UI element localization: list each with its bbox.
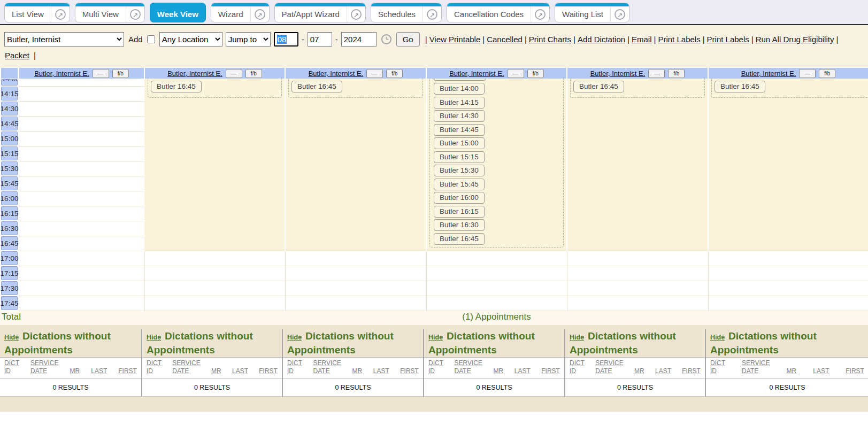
slot-button[interactable]: Butler 15:15 (434, 151, 485, 163)
slot-button[interactable]: Butler 16:30 (434, 219, 485, 231)
slot-button[interactable]: Butler 16:45 (715, 81, 765, 92)
column-header-link[interactable]: LAST (232, 367, 248, 375)
column-header-link[interactable]: DICT (4, 359, 19, 367)
column-header-link[interactable]: ID (287, 367, 302, 375)
column-header-link[interactable]: SERVICE (313, 359, 341, 367)
tab-popout-area[interactable]: ↗ (531, 6, 549, 22)
tab-popout-area[interactable]: ↗ (250, 6, 269, 22)
column-collapse-button[interactable]: — (799, 69, 816, 78)
slot-button[interactable]: Butler 15:45 (434, 179, 485, 190)
column-collapse-button[interactable]: — (508, 69, 524, 78)
slot-button[interactable]: Butler 15:30 (434, 165, 485, 176)
column-header-link[interactable]: DATE (595, 367, 623, 375)
column-header-link[interactable]: MR (352, 367, 363, 375)
provider-select[interactable]: Butler, Internist (4, 32, 124, 47)
column-fb-button[interactable]: f/b (668, 69, 685, 78)
slot-button[interactable]: Butler 14:00 (434, 83, 485, 95)
column-collapse-button[interactable]: — (93, 69, 109, 78)
clock-icon[interactable] (381, 34, 392, 45)
toolbar-link-print-charts[interactable]: Print Charts (529, 35, 571, 44)
column-fb-button[interactable]: f/b (819, 69, 835, 78)
column-header-link[interactable]: FIRST (118, 367, 137, 375)
toolbar-link-print-labels[interactable]: Print Labels (658, 35, 700, 44)
column-collapse-button[interactable]: — (648, 69, 665, 78)
tab-popout-area[interactable]: ↗ (347, 6, 365, 22)
hide-dictations-link[interactable]: Hide (570, 334, 584, 341)
column-header-link[interactable]: LAST (91, 367, 107, 375)
slot-button[interactable]: Butler 16:00 (434, 192, 485, 204)
hide-dictations-link[interactable]: Hide (287, 334, 302, 341)
column-header-link[interactable]: DICT (287, 359, 302, 367)
toolbar-link-run-all-drug-eligibility[interactable]: Run All Drug Eligibility (756, 35, 834, 44)
column-provider-link[interactable]: Butler, Internist E. (590, 69, 646, 78)
location-select[interactable]: Any Location (159, 32, 222, 47)
tab-popout-area[interactable]: ↗ (610, 6, 629, 22)
slot-button[interactable]: Butler 16:45 (434, 233, 485, 245)
date-year-input[interactable] (341, 32, 377, 47)
column-header-link[interactable]: ID (147, 367, 162, 375)
column-header-link[interactable]: LAST (813, 367, 829, 375)
slot-button[interactable]: Butler 14:15 (434, 97, 485, 109)
tab-popout-area[interactable]: ↗ (51, 6, 70, 22)
column-header-link[interactable]: MR (70, 367, 80, 375)
column-header-link[interactable]: DATE (455, 367, 482, 375)
tab-popout-area[interactable]: ↗ (423, 6, 441, 22)
column-fb-button[interactable]: f/b (112, 69, 129, 78)
go-button[interactable]: Go (396, 32, 420, 47)
tab-wizard[interactable]: Wizard↗ (211, 3, 270, 22)
column-fb-button[interactable]: f/b (527, 69, 544, 78)
tab-cancellation-codes[interactable]: Cancellation Codes↗ (447, 3, 550, 22)
column-header-link[interactable]: DICT (570, 359, 585, 367)
hide-dictations-link[interactable]: Hide (4, 334, 19, 341)
hide-dictations-link[interactable]: Hide (710, 334, 725, 341)
slot-button[interactable]: Butler 16:15 (434, 206, 485, 218)
toolbar-link-print-labels[interactable]: Print Labels (707, 35, 749, 44)
date-month-input[interactable]: 08 (274, 32, 298, 47)
slot-button[interactable]: Butler 16:45 (291, 81, 342, 92)
tab-waiting-list[interactable]: Waiting List↗ (555, 3, 629, 22)
slot-button[interactable]: Butler 16:45 (151, 81, 202, 92)
slot-button[interactable]: Butler 14:45 (434, 124, 485, 136)
column-collapse-button[interactable]: — (226, 69, 242, 78)
column-header-link[interactable]: LAST (373, 367, 389, 375)
column-header-link[interactable]: SERVICE (172, 359, 200, 367)
column-provider-link[interactable]: Butler, Internist E. (34, 69, 89, 78)
toolbar-link-add-dictation[interactable]: Add Dictation (578, 35, 625, 44)
tab-schedules[interactable]: Schedules↗ (371, 3, 442, 22)
tab-pat-appt-wizard[interactable]: Pat/Appt Wizard↗ (274, 3, 366, 22)
toolbar-link-email[interactable]: Email (632, 35, 652, 44)
column-header-link[interactable]: DICT (710, 359, 725, 367)
column-header-link[interactable]: DATE (742, 367, 770, 375)
column-header-link[interactable]: FIRST (682, 367, 701, 375)
column-header-link[interactable]: MR (494, 367, 504, 375)
column-header-link[interactable]: ID (570, 367, 585, 375)
column-header-link[interactable]: MR (634, 367, 644, 375)
column-header-link[interactable]: FIRST (846, 367, 864, 375)
column-header-link[interactable]: DATE (313, 367, 341, 375)
add-checkbox[interactable] (147, 35, 155, 43)
column-header-link[interactable]: SERVICE (742, 359, 770, 367)
column-provider-link[interactable]: Butler, Internist E. (309, 69, 364, 78)
column-fb-button[interactable]: f/b (245, 69, 262, 78)
column-header-link[interactable]: DICT (428, 359, 443, 367)
column-fb-button[interactable]: f/b (386, 69, 403, 78)
column-header-link[interactable]: MR (211, 367, 221, 375)
packet-link[interactable]: Packet (5, 51, 29, 60)
column-header-link[interactable]: ID (710, 367, 725, 375)
tab-popout-area[interactable]: ↗ (126, 6, 144, 22)
toolbar-link-cancelled[interactable]: Cancelled (487, 35, 523, 44)
column-header-link[interactable]: FIRST (259, 367, 278, 375)
hide-dictations-link[interactable]: Hide (428, 334, 443, 341)
column-header-link[interactable]: LAST (655, 367, 671, 375)
hide-dictations-link[interactable]: Hide (147, 334, 161, 341)
column-header-link[interactable]: DATE (30, 367, 58, 375)
column-header-link[interactable]: SERVICE (455, 359, 482, 367)
toolbar-link-view-printable[interactable]: View Printable (429, 35, 481, 44)
jump-to-select[interactable]: Jump to (226, 32, 271, 47)
tab-week-view[interactable]: Week View (150, 3, 206, 22)
column-header-link[interactable]: FIRST (541, 367, 560, 375)
column-header-link[interactable]: DATE (172, 367, 200, 375)
column-header-link[interactable]: SERVICE (30, 359, 58, 367)
column-provider-link[interactable]: Butler, Internist E. (449, 69, 504, 78)
column-header-link[interactable]: FIRST (400, 367, 419, 375)
